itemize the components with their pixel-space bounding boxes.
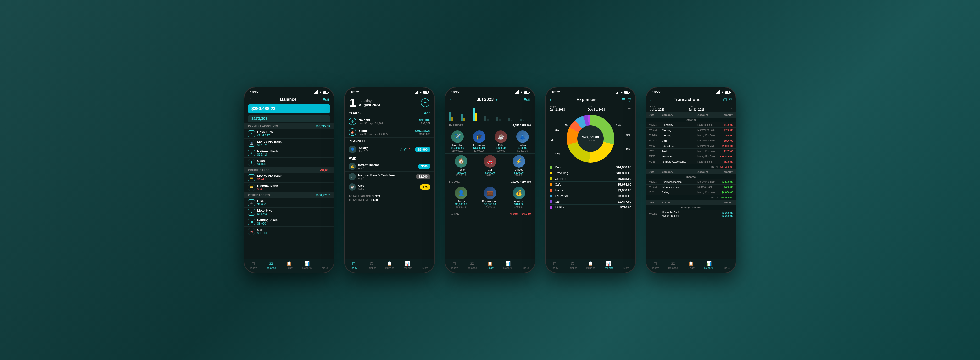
nav-bar-2: □ Today ⚖ Balance 📋 Budget 📊 Reports ⋯ (345, 259, 434, 272)
check-icon[interactable]: ✓ (399, 147, 402, 152)
expenses-title: Expenses (553, 97, 620, 102)
tx-interest-income[interactable]: 7/15/23 Interest income National Bank $4… (646, 185, 736, 190)
nav-budget-1[interactable]: 📋 Budget (282, 261, 296, 269)
tx-business-income[interactable]: 7/20/23 Business income Money Pro Bank $… (646, 179, 736, 185)
legend-car[interactable]: Car $1,447.00 (550, 199, 632, 205)
tx-cafe[interactable]: 7/10/23 Cafe Money Pro Bank $800.00 (646, 138, 736, 143)
nav-budget-5[interactable]: 📋 Budget (684, 261, 697, 269)
expense-car[interactable]: 🚗 Car $247.00 $200.00 (480, 155, 500, 177)
budget-edit-btn[interactable]: Edit (524, 97, 530, 102)
tx-furniture[interactable]: 7/1/23 Furniture / Accessories National … (646, 159, 736, 164)
expense-clothing[interactable]: 👗 Clothing $788.00 $1,400.00 (513, 131, 532, 152)
tx-electricity[interactable]: 7/30/23 Electricity National Bank $120.0… (646, 122, 736, 127)
tx-fuel[interactable]: 7/7/23 Fuel Money Pro Bank $247.00 (646, 149, 736, 154)
nav-more-5[interactable]: ⋯ More (720, 261, 733, 269)
nav-budget-3[interactable]: 📋 Budget (483, 261, 496, 269)
expense-travelling[interactable]: ✈️ Travelling $10,800.00 $10,000.00 (448, 131, 467, 152)
tx-clothing-1[interactable]: 7/26/23 Clothing Money Pro Bank $700.00 (646, 127, 736, 133)
credit-money-pro-bank[interactable]: 💳 Money Pro Bank $5,031 (244, 173, 334, 183)
account-money-pro-bank[interactable]: 🏦 Money Pro Bank $17,679 (244, 139, 334, 148)
income-business[interactable]: 💼 Business in... $3,600.00 $4,000.00 (480, 187, 500, 208)
nav-balance-4[interactable]: ⚖ Balance (566, 261, 579, 269)
filter-icon-5[interactable]: ▽ (729, 97, 732, 102)
back-button-4[interactable]: ‹ (550, 97, 551, 102)
nav-balance-2[interactable]: ⚖ Balance (365, 261, 378, 269)
cafe-dot (550, 183, 552, 186)
expense-home[interactable]: 🏠 Home $650.00 $1,500.00 (452, 155, 471, 177)
nav-reports-1[interactable]: 📊 Reports (300, 261, 313, 269)
account-cash-euro[interactable]: € Cash Euro £2,372.97 (244, 129, 334, 139)
share-icon[interactable]: ↑□ (249, 97, 254, 102)
options-icon-4[interactable]: ··· (628, 106, 632, 111)
transfer-table-header: Date Account Amount (646, 200, 736, 205)
options-icon-5[interactable]: ··· (728, 106, 732, 111)
tx-transfer-1[interactable]: 7/24/23 Money Pro BankMoney Pro Bank $2,… (646, 210, 736, 219)
tx-clothing-2[interactable]: 7/12/23 Clothing Money Pro Bank $38.00 (646, 133, 736, 138)
asset-bike[interactable]: 🚲 Bike $1,000 (244, 198, 334, 207)
nav-reports-3[interactable]: 📊 Reports (501, 261, 514, 269)
nav-reports-5[interactable]: 📊 Reports (702, 261, 715, 269)
nav-more-1[interactable]: ⋯ More (318, 261, 331, 269)
nav-today-5[interactable]: □ Today (649, 261, 662, 269)
asset-parking[interactable]: 🅿 Parking Place $8,900 (244, 217, 334, 227)
budget-chart (445, 104, 535, 123)
legend-home[interactable]: Home $3,050.00 (550, 187, 632, 193)
edit-button[interactable]: Edit (323, 97, 329, 102)
delete-icon[interactable]: 🗑 (409, 147, 413, 151)
nav-balance-5[interactable]: ⚖ Balance (667, 261, 680, 269)
nav-reports-2[interactable]: 📊 Reports (401, 261, 414, 269)
balance-icon: ⚖ (269, 261, 273, 266)
tx-education[interactable]: 7/9/23 Education Money Pro Bank $1,000.0… (646, 143, 736, 149)
add-transaction-button[interactable]: + (421, 99, 430, 107)
nav-budget-2[interactable]: 📋 Budget (383, 261, 396, 269)
nav-balance-3[interactable]: ⚖ Balance (466, 261, 479, 269)
back-button-5[interactable]: ‹ (650, 97, 652, 102)
income-salary[interactable]: 👤 Salary $6,000.00 $6,000.00 (452, 187, 471, 208)
tx-travelling[interactable]: 7/5/23 Travelling Money Pro Bank $10,800… (646, 154, 736, 159)
nav-today-1[interactable]: □ Today (247, 261, 260, 269)
nav-budget-4[interactable]: 📋 Budget (584, 261, 597, 269)
clock-icon[interactable]: ◷ (404, 147, 407, 152)
expense-utilities[interactable]: ⚡ Utilities $120.00 $160.00 (509, 155, 528, 177)
nav-more-3[interactable]: ⋯ More (519, 261, 532, 269)
transfer-icon: ⇄ (348, 173, 356, 180)
nav-balance-1[interactable]: ⚖ Balance (265, 261, 278, 269)
nav-more-2[interactable]: ⋯ More (419, 261, 432, 269)
legend-education[interactable]: Education $3,000.00 (550, 193, 632, 199)
account-cash[interactable]: $ Cash $4,020 (244, 158, 334, 167)
legend-clothing[interactable]: Clothing $9,838.00 (550, 176, 632, 182)
filter-list-icon[interactable]: ☰ (622, 97, 626, 102)
goal-yacht[interactable]: ⛵ Yacht Last 30 days: -$11,241.5 $56,188… (345, 127, 434, 138)
income-interest[interactable]: 💰 Interest inc... $400.00 $400.00 (509, 187, 528, 208)
filter-icon[interactable]: ▽ (628, 97, 632, 102)
nav-today-2[interactable]: □ Today (347, 261, 360, 269)
legend-travelling[interactable]: Travelling $10,800.00 (550, 170, 632, 176)
nav-today-4[interactable]: □ Today (548, 261, 561, 269)
home-icon: 🏠 (455, 155, 467, 167)
paid-transfer[interactable]: ⇄ National Bank > Cash Euro Aug 1 $2,500 (345, 172, 434, 182)
tx-salary[interactable]: 7/1/23 Salary Money Pro Bank $6,000.00 (646, 190, 736, 195)
share-icon-5[interactable]: ↑□ (722, 97, 727, 102)
status-bar-1: 10:22 ▲ (244, 88, 334, 95)
nav-reports-4[interactable]: 📊 Reports (602, 261, 615, 269)
planned-salary[interactable]: 👤 Salary Aug 1 ⊙ ✓ ◷ 🗑 $6,000 (345, 144, 434, 155)
legend-debt[interactable]: Debt $14,000.00 (550, 164, 632, 170)
nav-today-3[interactable]: □ Today (448, 261, 461, 269)
legend-cafe[interactable]: Cafe $5,674.00 (550, 182, 632, 187)
expense-education[interactable]: 🎓 Education $1,000.00 $1,000.00 (470, 131, 489, 152)
expense-total-row: TOTAL $14,355.00 (646, 164, 736, 169)
time-4: 10:22 (552, 90, 560, 94)
expense-cafe[interactable]: ☕ Cafe $800.00 $900.00 (491, 131, 510, 152)
asset-car[interactable]: 🚗 Car $50,000 (244, 227, 334, 236)
paid-interest-income[interactable]: 💰 Interest income Aug 1 $400 (345, 161, 434, 172)
goal-no-debt[interactable]: ⊙ No debt Last 30 days: $1,462 $95,309 $… (345, 116, 434, 127)
credit-national-bank[interactable]: 💳 National Bank $340 (244, 183, 334, 192)
legend-utilities[interactable]: Utilities $720.00 (550, 205, 632, 210)
income-totals-row: INCOME 10,000 / $10,400 (445, 179, 535, 185)
budget-prev-btn[interactable]: ‹ (450, 97, 451, 102)
paid-cafe[interactable]: ☕ Cafe Aug 1 $74 (345, 182, 434, 192)
nav-more-4[interactable]: ⋯ More (620, 261, 633, 269)
account-national-bank[interactable]: 🏛 National Bank $15,410 (244, 148, 334, 158)
asset-motorbike[interactable]: 🏍 Motorbike $14,400 (244, 207, 334, 217)
add-goal-link[interactable]: Add (424, 111, 430, 115)
